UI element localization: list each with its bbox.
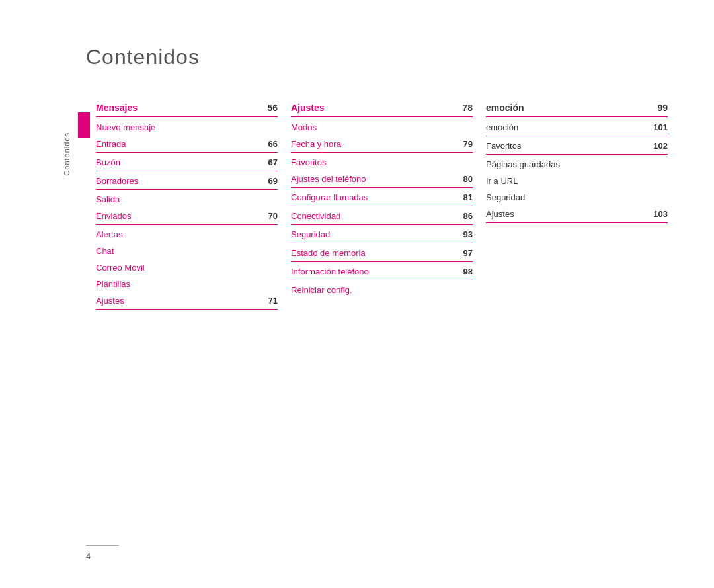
entry-label: Alertas bbox=[96, 230, 122, 239]
entry-label: Enviados bbox=[96, 211, 131, 221]
entry-label: Estado de memoria bbox=[291, 248, 366, 258]
col3-header-label: emoción bbox=[486, 103, 524, 113]
entry-label: Nuevo mensaje bbox=[96, 122, 155, 132]
entry-label: Seguridad bbox=[486, 192, 525, 202]
col2-header-number: 78 bbox=[453, 103, 473, 113]
entry-label: Entrada bbox=[96, 139, 126, 149]
col1-header-label: Mensajes bbox=[96, 103, 138, 113]
entry-label: Seguridad bbox=[291, 230, 330, 239]
entry-label: Fecha y hora bbox=[291, 139, 341, 149]
entry-number: 66 bbox=[258, 139, 278, 149]
list-item: Chat bbox=[96, 243, 278, 259]
list-item: Estado de memoria 97 bbox=[291, 245, 473, 262]
list-item: Ajustes 71 bbox=[96, 292, 278, 310]
entry-label: Correo Móvil bbox=[96, 263, 145, 273]
entry-label: Información teléfono bbox=[291, 267, 369, 276]
page-footer: 4 bbox=[86, 545, 119, 562]
entry-label: Páginas guardadas bbox=[486, 159, 560, 169]
entry-label: Salida bbox=[96, 194, 120, 204]
list-item: Nuevo mensaje bbox=[96, 119, 278, 136]
column-1: Mensajes 56 Nuevo mensaje Entrada 66 Buz… bbox=[96, 103, 291, 311]
entry-label: Modos bbox=[291, 122, 317, 132]
list-item: Enviados 70 bbox=[96, 208, 278, 225]
list-item: Fecha y hora 79 bbox=[291, 136, 473, 153]
entry-label: Favoritos bbox=[486, 141, 521, 151]
list-item: Entrada 66 bbox=[96, 136, 278, 153]
entry-number: 101 bbox=[648, 122, 668, 132]
entry-number: 80 bbox=[453, 174, 473, 184]
list-item: Páginas guardadas bbox=[486, 156, 668, 173]
col1-section-header: Mensajes 56 bbox=[96, 103, 278, 117]
list-item: Favoritos 102 bbox=[486, 138, 668, 155]
entry-number: 103 bbox=[648, 209, 668, 219]
list-item: Ajustes 103 bbox=[486, 206, 668, 223]
col3-section-header: emoción 99 bbox=[486, 103, 668, 117]
list-item: Plantillas bbox=[96, 276, 278, 292]
col3-header-number: 99 bbox=[648, 103, 668, 113]
list-item: Ir a URL bbox=[486, 173, 668, 189]
entry-number: 67 bbox=[258, 157, 278, 167]
list-item: Configurar llamadas 81 bbox=[291, 189, 473, 206]
entry-number: 79 bbox=[453, 139, 473, 149]
sidebar-label: Contenidos bbox=[63, 132, 71, 176]
footer-line bbox=[86, 545, 119, 546]
entry-label: Ir a URL bbox=[486, 176, 518, 186]
entry-label: Reiniciar config. bbox=[291, 285, 352, 295]
entry-label: Plantillas bbox=[96, 279, 130, 289]
entry-label: Ajustes bbox=[486, 209, 514, 219]
entry-label: Buzón bbox=[96, 157, 120, 167]
page-title: Contenidos bbox=[86, 45, 200, 69]
list-item: Conectividad 86 bbox=[291, 208, 473, 225]
sidebar-block bbox=[78, 112, 90, 138]
list-item: Borradores 69 bbox=[96, 173, 278, 190]
entry-number: 102 bbox=[648, 141, 668, 151]
page-number: 4 bbox=[86, 551, 91, 561]
entry-number: 98 bbox=[453, 267, 473, 276]
list-item: Seguridad 93 bbox=[291, 226, 473, 243]
entry-label: Favoritos bbox=[291, 157, 326, 167]
column-2: Ajustes 78 Modos Fecha y hora 79 Favorit… bbox=[291, 103, 486, 311]
entry-number: 70 bbox=[258, 211, 278, 221]
list-item: Salida bbox=[96, 191, 278, 208]
col2-header-label: Ajustes bbox=[291, 103, 325, 113]
entry-number: 71 bbox=[258, 296, 278, 306]
entry-label: Ajustes del teléfono bbox=[291, 174, 366, 184]
content-area: Mensajes 56 Nuevo mensaje Entrada 66 Buz… bbox=[96, 103, 681, 311]
list-item: emoción 101 bbox=[486, 119, 668, 136]
col1-header-number: 56 bbox=[258, 103, 278, 113]
list-item: Ajustes del teléfono 80 bbox=[291, 171, 473, 188]
list-item: Modos bbox=[291, 119, 473, 136]
column-3: emoción 99 emoción 101 Favoritos 102 Pág… bbox=[486, 103, 681, 311]
entry-label: Ajustes bbox=[96, 296, 124, 306]
entry-label: Chat bbox=[96, 246, 114, 256]
col2-section-header: Ajustes 78 bbox=[291, 103, 473, 117]
list-item: Alertas bbox=[96, 226, 278, 243]
entry-number: 97 bbox=[453, 248, 473, 258]
list-item: Seguridad bbox=[486, 189, 668, 206]
list-item: Buzón 67 bbox=[96, 154, 278, 171]
entry-label: Configurar llamadas bbox=[291, 192, 368, 202]
entry-label: emoción bbox=[486, 122, 518, 132]
entry-number: 69 bbox=[258, 176, 278, 186]
entry-number: 93 bbox=[453, 230, 473, 239]
entry-label: Conectividad bbox=[291, 211, 340, 221]
entry-label: Borradores bbox=[96, 176, 138, 186]
list-item: Reiniciar config. bbox=[291, 282, 473, 298]
page-container: Contenidos Contenidos Mensajes 56 Nuevo … bbox=[0, 0, 714, 588]
entry-number: 86 bbox=[453, 211, 473, 221]
list-item: Favoritos bbox=[291, 154, 473, 171]
entry-number: 81 bbox=[453, 192, 473, 202]
list-item: Correo Móvil bbox=[96, 259, 278, 276]
list-item: Información teléfono 98 bbox=[291, 263, 473, 280]
